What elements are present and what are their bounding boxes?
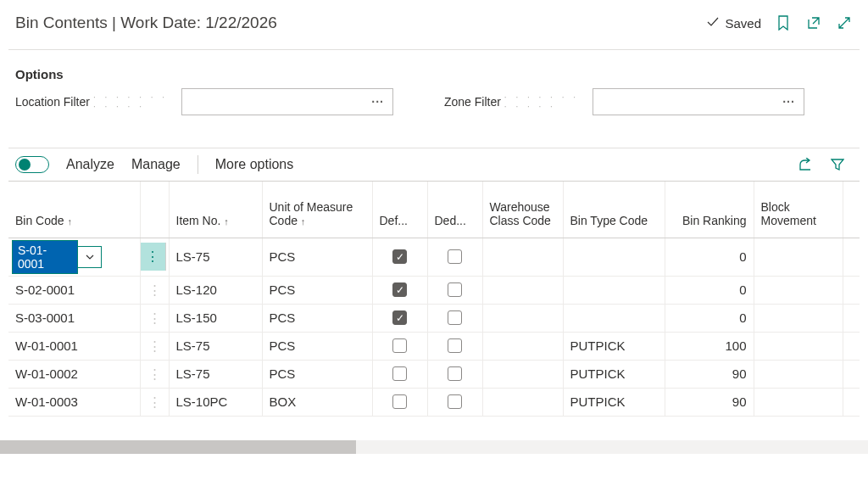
end-cell[interactable] <box>843 276 860 304</box>
dedicated-checkbox[interactable] <box>427 332 482 360</box>
bin-type-cell[interactable] <box>563 276 665 304</box>
col-bin-type[interactable]: Bin Type Code <box>563 182 665 238</box>
default-checkbox[interactable] <box>372 304 427 332</box>
table-row[interactable]: W-01-0002⋮LS-75PCSPUTPICK90 <box>8 360 860 388</box>
row-menu-button[interactable]: ⋮ <box>141 282 169 298</box>
share-icon[interactable] <box>797 156 814 173</box>
checkbox[interactable] <box>392 366 407 381</box>
uom-cell[interactable]: PCS <box>262 304 372 332</box>
block-movement-cell[interactable] <box>754 304 843 332</box>
col-bin-ranking[interactable]: Bin Ranking <box>665 182 754 238</box>
default-checkbox[interactable] <box>372 360 427 388</box>
bin-code-cell[interactable]: W-01-0002 <box>8 360 140 388</box>
checkbox[interactable] <box>448 282 462 297</box>
col-default[interactable]: Def... <box>372 182 427 238</box>
table-row[interactable]: W-01-0003⋮LS-10PCBOXPUTPICK90 <box>8 388 860 416</box>
row-menu-button[interactable]: ⋮ <box>141 338 169 354</box>
table-row[interactable]: W-01-0001⋮LS-75PCSPUTPICK100 <box>8 332 860 360</box>
dedicated-checkbox[interactable] <box>427 276 482 304</box>
bin-ranking-cell[interactable]: 0 <box>665 276 754 304</box>
end-cell[interactable] <box>843 238 860 276</box>
col-uom[interactable]: Unit of Measure Code ↑ <box>262 182 372 238</box>
popout-icon[interactable] <box>805 14 822 31</box>
bin-type-cell[interactable] <box>563 304 665 332</box>
checkbox[interactable] <box>448 338 462 353</box>
bin-ranking-cell[interactable]: 90 <box>665 388 754 416</box>
checkbox[interactable] <box>448 310 462 325</box>
bin-ranking-cell[interactable]: 0 <box>665 304 754 332</box>
item-no-cell[interactable]: LS-75 <box>169 238 262 276</box>
uom-cell[interactable]: PCS <box>262 276 372 304</box>
checkbox[interactable] <box>448 366 462 381</box>
dedicated-checkbox[interactable] <box>427 388 482 416</box>
zone-filter-input[interactable]: ··· <box>593 88 804 115</box>
warehouse-class-cell[interactable] <box>482 304 563 332</box>
bin-ranking-cell[interactable]: 90 <box>665 360 754 388</box>
dedicated-checkbox[interactable] <box>427 304 482 332</box>
bin-ranking-cell[interactable]: 100 <box>665 332 754 360</box>
item-no-cell[interactable]: LS-10PC <box>169 388 262 416</box>
default-checkbox[interactable] <box>372 238 427 276</box>
block-movement-cell[interactable] <box>754 238 843 276</box>
item-no-cell[interactable]: LS-75 <box>169 332 262 360</box>
checkbox[interactable] <box>392 338 407 353</box>
bin-code-cell[interactable]: S-03-0001 <box>8 304 140 332</box>
row-menu-button[interactable]: ⋮ <box>141 243 166 271</box>
analyze-button[interactable]: Analyze <box>66 157 114 172</box>
uom-cell[interactable]: PCS <box>262 238 372 276</box>
end-cell[interactable] <box>843 388 860 416</box>
bin-ranking-cell[interactable]: 0 <box>665 238 754 276</box>
block-movement-cell[interactable] <box>754 276 843 304</box>
block-movement-cell[interactable] <box>754 388 843 416</box>
col-dedicated[interactable]: Ded... <box>427 182 482 238</box>
checkbox[interactable] <box>392 394 407 409</box>
item-no-cell[interactable]: LS-75 <box>169 360 262 388</box>
default-checkbox[interactable] <box>372 276 427 304</box>
location-filter-input[interactable]: ··· <box>181 88 393 115</box>
end-cell[interactable] <box>843 304 860 332</box>
manage-button[interactable]: Manage <box>131 157 181 172</box>
row-menu-button[interactable]: ⋮ <box>141 310 169 326</box>
item-no-cell[interactable]: LS-150 <box>169 304 262 332</box>
col-block-movement[interactable]: Block Movement <box>754 182 843 238</box>
bookmark-icon[interactable] <box>775 14 792 31</box>
uom-cell[interactable]: BOX <box>262 388 372 416</box>
warehouse-class-cell[interactable] <box>482 238 563 276</box>
uom-cell[interactable]: PCS <box>262 360 372 388</box>
bin-code-cell[interactable]: W-01-0001 <box>8 332 140 360</box>
bin-code-cell[interactable]: S-02-0001 <box>8 276 140 304</box>
warehouse-class-cell[interactable] <box>482 332 563 360</box>
checkbox[interactable] <box>448 249 462 264</box>
filter-icon[interactable] <box>829 156 846 173</box>
uom-cell[interactable]: PCS <box>262 332 372 360</box>
bin-type-cell[interactable]: PUTPICK <box>563 388 665 416</box>
dropdown-icon[interactable] <box>78 246 102 268</box>
end-cell[interactable] <box>843 360 860 388</box>
block-movement-cell[interactable] <box>754 360 843 388</box>
bin-type-cell[interactable]: PUTPICK <box>563 360 665 388</box>
end-cell[interactable] <box>843 332 860 360</box>
checkbox[interactable] <box>392 310 407 325</box>
bin-code-input[interactable]: S-01-0001 <box>12 240 78 274</box>
bin-type-cell[interactable]: PUTPICK <box>563 332 665 360</box>
col-item-no[interactable]: Item No. ↑ <box>169 182 262 238</box>
default-checkbox[interactable] <box>372 388 427 416</box>
col-warehouse-class[interactable]: Warehouse Class Code <box>482 182 563 238</box>
row-menu-button[interactable]: ⋮ <box>141 366 169 382</box>
table-row[interactable]: S-03-0001⋮LS-150PCS0 <box>8 304 860 332</box>
warehouse-class-cell[interactable] <box>482 360 563 388</box>
bin-type-cell[interactable] <box>563 238 665 276</box>
checkbox[interactable] <box>448 394 462 409</box>
checkbox[interactable] <box>392 282 407 297</box>
bin-code-cell[interactable]: W-01-0003 <box>8 388 140 416</box>
row-menu-button[interactable]: ⋮ <box>141 394 169 410</box>
col-bin-code[interactable]: Bin Code ↑ <box>8 182 140 238</box>
warehouse-class-cell[interactable] <box>482 276 563 304</box>
item-no-cell[interactable]: LS-120 <box>169 276 262 304</box>
expand-icon[interactable] <box>836 14 853 31</box>
warehouse-class-cell[interactable] <box>482 388 563 416</box>
dedicated-checkbox[interactable] <box>427 238 482 276</box>
block-movement-cell[interactable] <box>754 332 843 360</box>
table-row[interactable]: S-02-0001⋮LS-120PCS0 <box>8 276 860 304</box>
more-options-button[interactable]: More options <box>215 157 294 172</box>
